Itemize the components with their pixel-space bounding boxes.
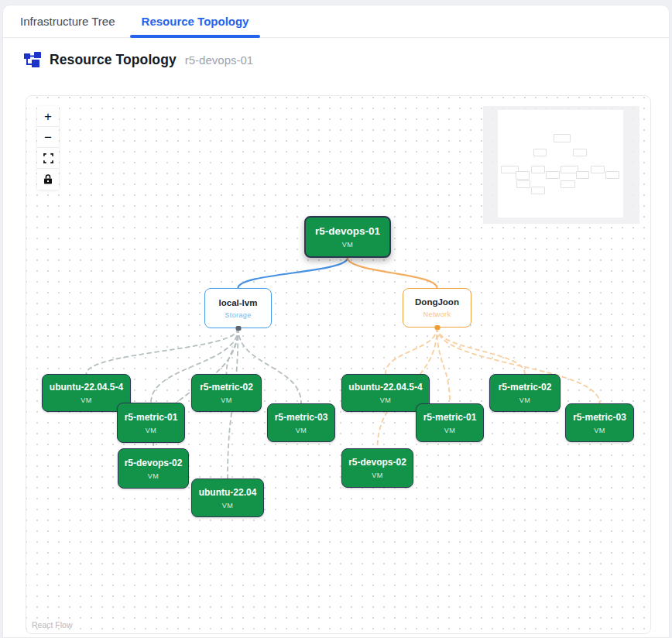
node-label: local-lvm — [219, 298, 258, 307]
node-type-label: Network — [423, 310, 451, 318]
flow-canvas[interactable]: r5-devops-01 VM local-lvm Storage DongJo… — [26, 95, 651, 634]
node-label: DongJoon — [415, 297, 459, 307]
topology-edge — [87, 328, 238, 374]
fit-view-button[interactable] — [37, 148, 59, 169]
node-label: r5-devops-02 — [348, 457, 406, 468]
tab-active-indicator — [130, 35, 261, 38]
node-type-label: VM — [342, 241, 353, 249]
tab-label: Resource Topology — [142, 15, 249, 28]
node-label: r5-metric-03 — [573, 412, 626, 423]
page-subtitle: r5-devops-01 — [185, 53, 253, 67]
topology-node[interactable]: r5-metric-02 VM — [191, 374, 262, 412]
node-type-label: VM — [380, 396, 391, 404]
minus-icon: − — [44, 131, 52, 144]
topology-node[interactable]: local-lvm Storage — [204, 288, 272, 328]
topology-node[interactable]: DongJoon Network — [403, 288, 471, 328]
tab-resource-topology[interactable]: Resource Topology — [142, 5, 249, 37]
minimap-node — [554, 134, 571, 142]
minimap[interactable] — [483, 106, 639, 224]
minimap-node — [605, 171, 619, 179]
node-label: r5-metric-02 — [499, 382, 552, 393]
topology-edge — [238, 258, 348, 288]
zoom-out-button[interactable]: − — [37, 127, 59, 148]
node-label: ubuntu-22.04.5-4 — [50, 382, 123, 393]
node-type-label: VM — [594, 427, 605, 434]
node-label: ubuntu-22.04.5-4 — [348, 382, 422, 393]
node-type-label: VM — [221, 396, 231, 404]
node-label: r5-metric-01 — [423, 412, 477, 423]
node-type-label: VM — [222, 502, 233, 509]
topology-node[interactable]: r5-metric-01 VM — [117, 403, 185, 443]
topology-node[interactable]: r5-metric-02 VM — [489, 374, 561, 412]
node-type-label: Storage — [225, 311, 251, 319]
node-type-label: VM — [296, 427, 307, 434]
minimap-node — [533, 149, 547, 156]
lock-icon — [43, 174, 53, 184]
node-type-label: VM — [519, 396, 530, 404]
topology-node[interactable]: r5-devops-01 VM — [304, 216, 391, 258]
node-handle — [235, 326, 241, 331]
flow-controls: + − — [37, 106, 59, 190]
node-type-label: VM — [148, 472, 159, 480]
minimap-node — [516, 180, 530, 188]
node-label: r5-metric-01 — [125, 412, 178, 423]
topology-edge — [437, 328, 526, 374]
node-type-label: VM — [444, 427, 455, 434]
minimap-node — [561, 180, 575, 188]
tab-label: Infrastructure Tree — [20, 15, 115, 28]
topology-node[interactable]: ubuntu-22.04 VM — [191, 478, 264, 517]
node-label: r5-devops-01 — [315, 225, 380, 237]
topology-node[interactable]: r5-devops-02 VM — [118, 448, 189, 489]
node-type-label: VM — [372, 472, 382, 479]
node-label: r5-metric-02 — [200, 382, 253, 393]
minimap-node — [531, 166, 545, 173]
node-label: r5-devops-02 — [125, 458, 183, 468]
minimap-node — [576, 171, 590, 179]
topology-node[interactable]: r5-devops-02 VM — [341, 448, 413, 488]
topology-edge — [348, 258, 437, 288]
node-type-label: VM — [146, 427, 156, 434]
node-label: ubuntu-22.04 — [199, 487, 257, 498]
minimap-node — [516, 171, 530, 179]
minimap-node — [546, 171, 560, 179]
topology-edge — [437, 328, 451, 403]
main-panel: Infrastructure Tree Resource Topology Re… — [2, 5, 670, 638]
topology-node[interactable]: r5-metric-03 VM — [565, 403, 634, 442]
lock-button[interactable] — [37, 169, 59, 190]
minimap-viewport — [498, 110, 623, 218]
tab-infrastructure-tree[interactable]: Infrastructure Tree — [20, 5, 115, 37]
topology-node[interactable]: r5-metric-01 VM — [416, 403, 484, 442]
minimap-node — [573, 149, 587, 156]
node-type-label: VM — [81, 396, 91, 404]
topology-icon — [24, 51, 41, 68]
reactflow-attribution: React Flow — [32, 620, 73, 629]
minimap-node — [531, 187, 546, 194]
node-label: r5-metric-03 — [275, 412, 328, 423]
topology-node[interactable]: r5-metric-03 VM — [267, 403, 335, 442]
tab-bar: Infrastructure Tree Resource Topology — [3, 5, 669, 38]
plus-icon: + — [44, 110, 52, 123]
page-title: Resource Topology — [50, 52, 177, 68]
page-header: Resource Topology r5-devops-01 — [24, 51, 669, 68]
minimap-node — [591, 166, 605, 173]
node-handle — [434, 325, 440, 330]
topology-edge — [386, 328, 437, 374]
fit-view-icon — [43, 153, 53, 163]
zoom-in-button[interactable]: + — [37, 106, 59, 127]
